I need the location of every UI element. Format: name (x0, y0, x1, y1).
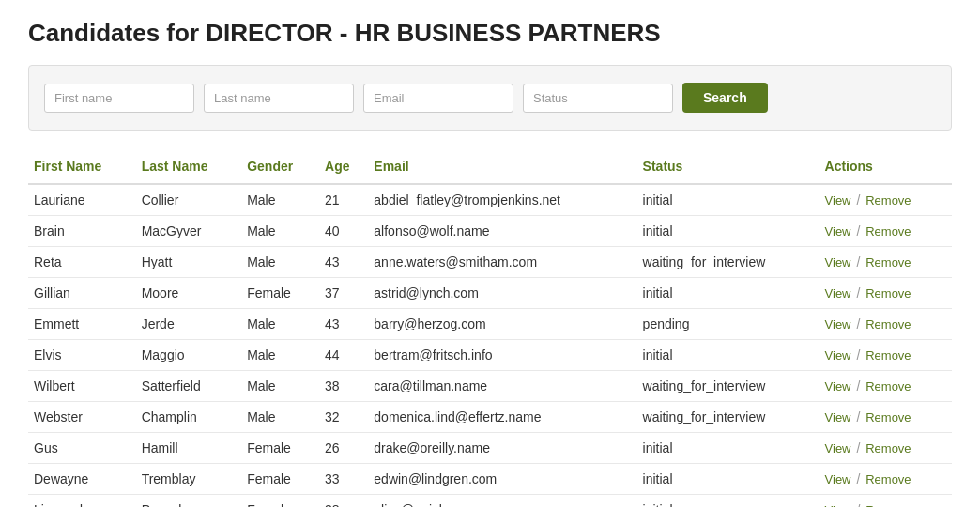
cell-first-name: Dewayne (28, 464, 136, 495)
table-row: WebsterChamplinMale32domenica.lind@effer… (28, 402, 952, 433)
col-header-gender: Gender (241, 151, 319, 184)
table-row: RetaHyattMale43anne.waters@smitham.comwa… (28, 247, 952, 278)
remove-link[interactable]: Remove (865, 379, 911, 393)
cell-age: 38 (319, 371, 368, 402)
cell-email: domenica.lind@effertz.name (368, 402, 636, 433)
col-header-actions: Actions (819, 151, 952, 184)
remove-link[interactable]: Remove (865, 410, 911, 424)
view-link[interactable]: View (825, 503, 851, 507)
view-link[interactable]: View (825, 224, 851, 238)
cell-status: waiting_for_interview (637, 371, 819, 402)
cell-first-name: Gillian (28, 278, 136, 309)
cell-age: 40 (319, 216, 368, 247)
table-row: WilbertSatterfieldMale38cara@tillman.nam… (28, 371, 952, 402)
table-row: LaurianeCollierMale21abdiel_flatley@trom… (28, 184, 952, 216)
cell-age: 44 (319, 340, 368, 371)
actions-cell: View / Remove (819, 464, 952, 495)
cell-gender: Female (241, 278, 319, 309)
cell-gender: Male (241, 216, 319, 247)
cell-last-name: MacGyver (136, 216, 242, 247)
table-header-row: First Name Last Name Gender Age Email St… (28, 151, 952, 184)
cell-status: initial (637, 464, 819, 495)
remove-link[interactable]: Remove (865, 348, 911, 362)
cell-status: initial (637, 216, 819, 247)
actions-cell: View / Remove (819, 371, 952, 402)
cell-last-name: Hyatt (136, 247, 242, 278)
cell-age: 32 (319, 402, 368, 433)
actions-cell: View / Remove (819, 184, 952, 216)
cell-first-name: Reta (28, 247, 136, 278)
remove-link[interactable]: Remove (865, 503, 911, 507)
view-link[interactable]: View (825, 286, 851, 300)
cell-first-name: Elvis (28, 340, 136, 371)
actions-cell: View / Remove (819, 340, 952, 371)
last-name-input[interactable] (204, 84, 354, 113)
first-name-input[interactable] (44, 84, 194, 113)
cell-age: 43 (319, 309, 368, 340)
cell-first-name: Brain (28, 216, 136, 247)
status-input[interactable] (523, 84, 673, 113)
candidates-table: First Name Last Name Gender Age Email St… (28, 151, 952, 507)
view-link[interactable]: View (825, 441, 851, 455)
remove-link[interactable]: Remove (865, 286, 911, 300)
actions-cell: View / Remove (819, 309, 952, 340)
view-link[interactable]: View (825, 193, 851, 207)
cell-status: initial (637, 433, 819, 464)
cell-first-name: Gus (28, 433, 136, 464)
remove-link[interactable]: Remove (865, 224, 911, 238)
cell-last-name: Moore (136, 278, 242, 309)
action-separator: / (853, 285, 865, 300)
cell-first-name: Emmett (28, 309, 136, 340)
table-row: EmmettJerdeMale43barry@herzog.compending… (28, 309, 952, 340)
cell-last-name: Hamill (136, 433, 242, 464)
cell-gender: Male (241, 309, 319, 340)
actions-cell: View / Remove (819, 402, 952, 433)
action-separator: / (853, 254, 865, 269)
col-header-email: Email (368, 151, 636, 184)
cell-last-name: Collier (136, 184, 242, 216)
email-input[interactable] (363, 84, 513, 113)
cell-age: 43 (319, 247, 368, 278)
action-separator: / (853, 440, 865, 455)
table-row: BrainMacGyverMale40alfonso@wolf.nameinit… (28, 216, 952, 247)
action-separator: / (853, 316, 865, 331)
cell-gender: Male (241, 371, 319, 402)
cell-email: anne.waters@smitham.com (368, 247, 636, 278)
page-title: Candidates for DIRECTOR - HR BUSINESS PA… (28, 19, 952, 48)
cell-gender: Female (241, 495, 319, 508)
cell-email: astrid@lynch.com (368, 278, 636, 309)
cell-email: abdiel_flatley@trompjenkins.net (368, 184, 636, 216)
cell-email: edwin@lindgren.com (368, 464, 636, 495)
cell-last-name: Maggio (136, 340, 242, 371)
cell-first-name: Wilbert (28, 371, 136, 402)
action-separator: / (853, 471, 865, 486)
view-link[interactable]: View (825, 317, 851, 331)
col-header-first-name: First Name (28, 151, 136, 184)
remove-link[interactable]: Remove (865, 193, 911, 207)
actions-cell: View / Remove (819, 495, 952, 508)
cell-status: initial (637, 184, 819, 216)
view-link[interactable]: View (825, 379, 851, 393)
cell-gender: Male (241, 340, 319, 371)
cell-status: initial (637, 340, 819, 371)
view-link[interactable]: View (825, 410, 851, 424)
actions-cell: View / Remove (819, 216, 952, 247)
view-link[interactable]: View (825, 255, 851, 269)
table-row: GillianMooreFemale37astrid@lynch.cominit… (28, 278, 952, 309)
col-header-last-name: Last Name (136, 151, 242, 184)
action-separator: / (853, 223, 865, 238)
cell-age: 21 (319, 184, 368, 216)
search-button[interactable]: Search (682, 83, 768, 113)
cell-gender: Male (241, 247, 319, 278)
cell-email: drake@oreilly.name (368, 433, 636, 464)
cell-email: elisa@quigley.com (368, 495, 636, 508)
cell-age: 26 (319, 433, 368, 464)
remove-link[interactable]: Remove (865, 441, 911, 455)
view-link[interactable]: View (825, 348, 851, 362)
remove-link[interactable]: Remove (865, 255, 911, 269)
remove-link[interactable]: Remove (865, 472, 911, 486)
cell-age: 38 (319, 495, 368, 508)
remove-link[interactable]: Remove (865, 317, 911, 331)
cell-email: alfonso@wolf.name (368, 216, 636, 247)
view-link[interactable]: View (825, 472, 851, 486)
